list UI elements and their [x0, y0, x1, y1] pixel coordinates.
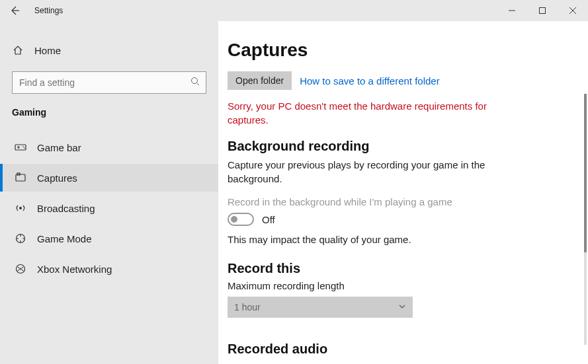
app-body: Home Gaming Game bar Captures Broadcas: [0, 21, 588, 364]
background-recording-desc: Capture your previous plays by recording…: [228, 158, 505, 186]
window-title: Settings: [34, 6, 63, 15]
sidebar-item-broadcasting[interactable]: Broadcasting: [0, 194, 218, 222]
scrollbar-thumb[interactable]: [584, 94, 587, 252]
game-mode-icon: [15, 233, 26, 244]
background-toggle-label: Record in the background while I'm playi…: [228, 196, 585, 207]
home-icon: [12, 45, 24, 55]
max-length-dropdown[interactable]: 1 hour: [228, 297, 413, 318]
svg-point-4: [24, 147, 25, 149]
search-input[interactable]: [12, 71, 206, 94]
maximize-icon: [539, 7, 546, 14]
xbox-icon: [15, 264, 26, 274]
hardware-error-text: Sorry, your PC doesn't meet the hardware…: [228, 99, 505, 127]
minimize-button[interactable]: [497, 0, 527, 21]
recorded-audio-desc: Change how your game and microphone are …: [228, 361, 505, 364]
sidebar-section-header: Gaming: [0, 107, 218, 118]
nav-label: Xbox Networking: [37, 264, 112, 275]
folder-row: Open folder How to save to a different f…: [228, 71, 585, 90]
recorded-audio-title: Recorded audio: [228, 342, 585, 357]
svg-point-3: [22, 146, 24, 147]
background-toggle[interactable]: [228, 213, 254, 226]
background-recording-title: Background recording: [228, 139, 585, 154]
page-title: Captures: [228, 40, 585, 61]
titlebar: Settings: [0, 0, 588, 21]
window-controls: [497, 0, 588, 21]
minimize-icon: [509, 7, 515, 14]
sidebar-item-captures[interactable]: Captures: [0, 164, 218, 192]
svg-rect-2: [15, 145, 26, 150]
close-button[interactable]: [558, 0, 588, 21]
dropdown-selected: 1 hour: [234, 302, 261, 312]
svg-point-7: [19, 207, 22, 209]
svg-rect-0: [540, 8, 546, 14]
back-arrow-icon: [9, 5, 20, 16]
sidebar-item-xbox-networking[interactable]: Xbox Networking: [0, 255, 218, 283]
record-this-title: Record this: [228, 261, 585, 276]
maximize-button[interactable]: [527, 0, 558, 21]
max-length-label: Maximum recording length: [228, 280, 585, 291]
scrollbar-track[interactable]: [584, 94, 587, 345]
search-icon: [190, 77, 200, 89]
home-label: Home: [34, 45, 61, 56]
sidebar-home[interactable]: Home: [0, 37, 218, 63]
how-to-save-link[interactable]: How to save to a different folder: [300, 75, 440, 87]
chevron-down-icon: [398, 302, 406, 312]
nav-label: Game bar: [37, 142, 81, 153]
background-toggle-row: Off: [228, 213, 585, 226]
sidebar-item-game-mode[interactable]: Game Mode: [0, 225, 218, 252]
quality-impact-text: This may impact the quality of your game…: [228, 234, 585, 245]
game-bar-icon: [15, 143, 26, 152]
content: Captures Open folder How to save to a di…: [218, 21, 588, 364]
toggle-knob: [231, 216, 237, 223]
nav-label: Captures: [37, 172, 77, 184]
nav-label: Game Mode: [37, 233, 92, 244]
back-button[interactable]: [5, 1, 24, 20]
sidebar: Home Gaming Game bar Captures Broadcas: [0, 21, 218, 364]
sidebar-item-game-bar[interactable]: Game bar: [0, 133, 218, 161]
close-icon: [569, 7, 576, 14]
titlebar-left: Settings: [0, 1, 63, 20]
svg-point-1: [192, 78, 198, 84]
background-toggle-state: Off: [262, 214, 275, 225]
search-wrap: [12, 71, 206, 94]
nav-label: Broadcasting: [37, 203, 95, 214]
broadcasting-icon: [15, 203, 26, 213]
open-folder-button[interactable]: Open folder: [228, 71, 292, 90]
captures-icon: [15, 172, 26, 183]
